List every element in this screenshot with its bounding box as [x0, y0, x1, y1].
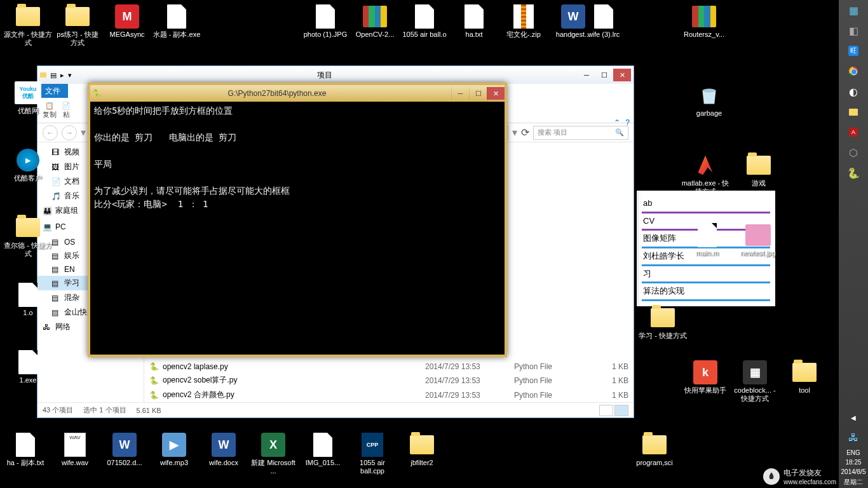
mega-icon: M — [115, 4, 139, 29]
nav-forward-button[interactable]: → — [62, 125, 77, 140]
desktop-icon[interactable]: 水题 - 副本.exe — [153, 4, 201, 39]
qat-props-icon[interactable]: ▤ — [50, 71, 57, 79]
desktop-icon[interactable]: ▶wife.mp3 — [150, 432, 198, 467]
console-titlebar[interactable]: 🐍 G:\Python27bit64\python.exe ─ ☐ ✕ — [90, 85, 505, 102]
taskbar-chrome[interactable] — [839, 61, 868, 81]
tray-language[interactable]: ENG — [846, 448, 860, 458]
desktop-icon[interactable]: MMEGAsync — [103, 4, 151, 39]
desktop-icon[interactable]: 1055 air ball.o — [400, 4, 449, 39]
taskbar-python[interactable]: 🐍 — [839, 163, 868, 183]
taskbar-app-3[interactable]: 旺 — [839, 41, 868, 61]
desktop-icon[interactable]: 宅文化-.zip — [499, 4, 548, 39]
desktop-icon-matlab[interactable]: matlab.exe - 快捷方式 — [681, 152, 729, 196]
zip-icon — [513, 4, 534, 29]
taskbar-explorer[interactable] — [839, 102, 868, 122]
desktop-icon[interactable]: k快用苹果助手 — [681, 360, 729, 395]
tray-time[interactable]: 18:25 — [845, 458, 861, 467]
desktop-icon[interactable]: Wwife.docx — [200, 432, 248, 467]
nav-item-icon: ▤ — [51, 252, 60, 261]
tray-date[interactable]: 2014/8/5 — [841, 467, 866, 477]
folder-icon — [40, 72, 46, 78]
ribbon-paste-button[interactable]: 📄 粘 — [62, 102, 71, 119]
view-details-button[interactable] — [599, 405, 613, 416]
explorer-titlebar[interactable]: ▤ ▸ ▾ 项目 ─ ☐ ✕ — [37, 66, 634, 84]
word-icon: W — [561, 4, 585, 29]
status-item-count: 43 个项目 — [43, 405, 73, 415]
nav-history-dropdown[interactable]: ▾ — [81, 126, 86, 139]
desktop-icon[interactable]: ha - 副本.txt — [1, 432, 50, 467]
desktop-icon[interactable]: W071502.d... — [100, 432, 149, 467]
desktop-icon-main-m[interactable]: main.m — [683, 222, 731, 257]
desktop-icon-games[interactable]: 游戏 — [735, 152, 783, 187]
desktop-icon[interactable]: WAVwife.wav — [51, 432, 99, 467]
desktop-icon[interactable]: 查尔德 - 快捷方式 — [4, 215, 52, 258]
desktop-icon[interactable]: 源文件 - 快捷方式 — [4, 4, 52, 47]
sticky-line: 算法的实现 — [642, 283, 770, 301]
tray-network-icon[interactable]: 🖧 — [839, 428, 868, 448]
taskbar-app-1[interactable]: ▦ — [839, 0, 868, 20]
help-icon[interactable]: ? — [625, 118, 630, 127]
watermark-brand: 电子发烧友 — [783, 468, 836, 478]
taskbar-adobe[interactable]: A — [839, 122, 868, 142]
file-row[interactable]: 🐍opencv2 合并颜色.py2014/7/29 13:53Python Fi… — [144, 388, 634, 402]
desktop-icon[interactable]: ▦codeblock... - 快捷方式 — [731, 360, 779, 403]
wav-icon: WAV — [64, 433, 86, 457]
nav-item-icon: 🖼 — [51, 163, 60, 172]
nav-item-icon: ▤ — [51, 294, 60, 302]
books-icon — [692, 6, 716, 27]
status-selected: 选中 1 个项目 — [83, 405, 126, 415]
maximize-button[interactable]: ☐ — [595, 69, 613, 81]
view-icons-button[interactable] — [614, 405, 628, 416]
desktop-icon[interactable]: photo (1).JPG — [301, 4, 349, 39]
desktop-icon[interactable]: jbfilter2 — [398, 432, 446, 467]
desktop-icon[interactable]: ▶优酷客户 — [4, 147, 52, 182]
svg-point-0 — [703, 89, 716, 93]
desktop-icon[interactable]: 1.exe — [4, 349, 52, 384]
tray-day[interactable]: 星期二 — [844, 477, 863, 488]
nav-item-icon: ▤ — [51, 308, 60, 317]
desktop-icon[interactable]: ps练习 - 快捷方式 — [53, 4, 102, 47]
desktop-icon[interactable]: Whandgest... — [549, 4, 597, 39]
desktop-icon[interactable]: CPP1055 air ball.cpp — [348, 432, 397, 475]
desktop-icon[interactable]: IMG_015... — [299, 432, 347, 467]
refresh-button[interactable]: ⟳ — [521, 126, 529, 139]
address-dropdown-icon[interactable]: ▾ — [512, 126, 517, 139]
console-close-button[interactable]: ✕ — [487, 87, 505, 100]
python-file-icon: 🐍 — [149, 376, 159, 385]
ribbon-collapse-icon[interactable]: ⌃ — [614, 118, 620, 127]
desktop-icon-study-shortcut[interactable]: 学习 - 快捷方式 — [639, 305, 687, 340]
file-icon — [16, 433, 35, 457]
desktop-icon-garbage[interactable]: garbage — [685, 83, 733, 118]
taskbar-app-2[interactable]: ◧ — [839, 20, 868, 41]
console-minimize-button[interactable]: ─ — [451, 87, 469, 100]
nav-back-button[interactable]: ← — [43, 125, 58, 140]
close-button[interactable]: ✕ — [613, 69, 631, 81]
desktop-icon[interactable]: Youku优酷优酷网 — [4, 80, 52, 115]
desktop-icon[interactable]: 1.o — [4, 282, 52, 317]
search-input[interactable]: 搜索 项目 🔍 — [533, 126, 628, 140]
taskbar-app-5[interactable]: ◐ — [839, 81, 868, 102]
desktop-icon[interactable]: program,sci — [630, 432, 679, 467]
file-icon — [415, 4, 434, 29]
console-maximize-button[interactable]: ☐ — [469, 87, 487, 100]
file-row[interactable]: 🐍opencv2 sobel算子.py2014/7/29 13:53Python… — [144, 373, 634, 388]
tray-expand[interactable]: ◀ — [839, 407, 868, 428]
qat-new-icon[interactable]: ▸ — [60, 71, 64, 79]
desktop-icon[interactable]: X新建 Microsoft ... — [249, 432, 297, 475]
app-icon: ▶ — [162, 433, 186, 457]
desktop-icon[interactable]: Routersz_v... — [680, 4, 728, 39]
desktop-icon-newtest-jpg[interactable]: newtest.jpg — [734, 222, 782, 257]
taskbar-app-8[interactable]: ⬡ — [839, 142, 868, 163]
watermark: 电子发烧友 www.elecfans.com — [763, 468, 836, 485]
trash-icon — [698, 83, 721, 108]
console-output: 给你5秒的时间把手放到方框的位置 你出的是 剪刀 电脑出的是 剪刀 平局 为了减… — [90, 102, 505, 355]
desktop-icon[interactable]: ha.txt — [450, 4, 498, 39]
desktop-icon[interactable]: OpenCV-2... — [351, 4, 399, 39]
status-size: 5.61 KB — [137, 407, 161, 414]
folder-icon — [792, 363, 817, 382]
file-row[interactable]: 🐍opencv2 laplase.py2014/7/29 13:53Python… — [144, 360, 634, 373]
desktop-icon[interactable]: tool — [780, 360, 829, 395]
paste-icon: 📄 — [62, 102, 71, 110]
watermark-url: www.elecfans.com — [783, 478, 836, 485]
minimize-button[interactable]: ─ — [578, 69, 595, 81]
